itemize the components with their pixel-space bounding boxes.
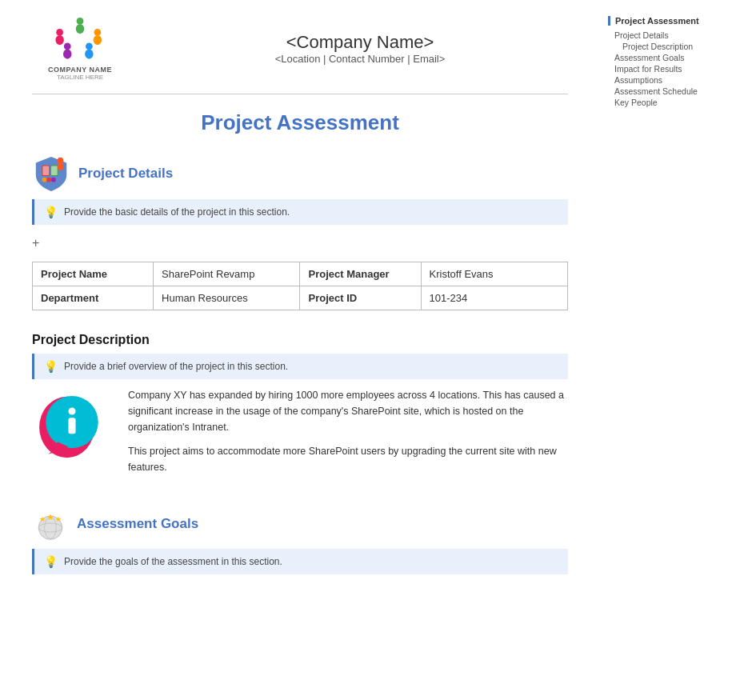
- svg-point-2: [56, 29, 63, 36]
- svg-point-7: [63, 49, 72, 58]
- company-logo: [52, 16, 108, 64]
- svg-point-5: [94, 35, 102, 45]
- sidebar-item-assessment-schedule[interactable]: Assessment Schedule: [614, 86, 716, 96]
- svg-point-8: [86, 43, 93, 50]
- svg-rect-11: [42, 166, 49, 175]
- assessment-goals-title: Assessment Goals: [77, 516, 198, 532]
- section-project-description: Project Description 💡 Provide a brief ov…: [32, 333, 568, 483]
- svg-point-1: [76, 24, 85, 34]
- svg-rect-13: [51, 166, 58, 175]
- assessment-goals-hint: 💡 Provide the goals of the assessment in…: [32, 549, 568, 574]
- svg-text:★: ★: [55, 515, 62, 523]
- svg-text:★: ★: [39, 515, 46, 523]
- project-details-title: Project Details: [78, 166, 173, 182]
- section-project-details-header: Project Details: [32, 154, 568, 193]
- value-department: Human Resources: [154, 286, 300, 310]
- svg-rect-22: [68, 418, 75, 434]
- sidebar: Project Assessment Project Details Proje…: [600, 0, 724, 629]
- hint-icon-goals: 💡: [44, 555, 58, 568]
- description-content: Company XY has expanded by hiring 1000 m…: [32, 387, 568, 483]
- value-project-id: 101-234: [421, 286, 567, 310]
- company-info: <Company Name> <Location | Contact Numbe…: [152, 32, 568, 65]
- logo-area: COMPANY NAME TAGLINE HERE: [32, 16, 128, 81]
- value-project-name: SharePoint Revamp: [154, 262, 300, 286]
- assessment-goals-hint-text: Provide the goals of the assessment in t…: [64, 556, 282, 567]
- svg-point-0: [77, 18, 84, 25]
- section-assessment-goals: ★ ★ ★ Assessment Goals 💡 Provide the goa…: [32, 506, 568, 574]
- svg-point-3: [55, 35, 64, 45]
- section-assessment-goals-header: ★ ★ ★ Assessment Goals: [32, 506, 568, 542]
- svg-point-14: [42, 178, 46, 182]
- svg-point-4: [94, 29, 102, 36]
- logo-sub: TAGLINE HERE: [57, 74, 103, 81]
- description-text: Company XY has expanded by hiring 1000 m…: [128, 387, 568, 483]
- label-project-name: Project Name: [33, 262, 154, 286]
- header: COMPANY NAME TAGLINE HERE <Company Name>…: [32, 16, 568, 94]
- project-details-hint: 💡 Provide the basic details of the proje…: [32, 199, 568, 225]
- section-project-details: Project Details 💡 Provide the basic deta…: [32, 154, 568, 310]
- table-row: Department Human Resources Project ID 10…: [33, 286, 568, 310]
- project-details-hint-text: Provide the basic details of the project…: [64, 206, 290, 218]
- section-project-description-header: Project Description: [32, 333, 568, 347]
- svg-point-6: [64, 43, 71, 50]
- label-project-id: Project ID: [300, 286, 421, 310]
- main-content: COMPANY NAME TAGLINE HERE <Company Name>…: [0, 0, 600, 629]
- description-paragraph-1: Company XY has expanded by hiring 1000 m…: [128, 387, 568, 435]
- sidebar-item-assumptions[interactable]: Assumptions: [614, 75, 716, 85]
- sidebar-item-key-people[interactable]: Key People: [614, 98, 716, 107]
- sidebar-item-project-description[interactable]: Project Description: [622, 42, 716, 51]
- company-details: <Location | Contact Number | Email>: [152, 53, 568, 65]
- description-icon: [32, 387, 112, 467]
- sidebar-item-impact-for-results[interactable]: Impact for Results: [614, 64, 716, 74]
- svg-point-21: [68, 407, 75, 414]
- hint-icon-description: 💡: [44, 360, 58, 373]
- svg-point-9: [85, 49, 94, 58]
- sidebar-item-assessment-goals[interactable]: Assessment Goals: [614, 53, 716, 62]
- sidebar-item-project-details[interactable]: Project Details: [614, 30, 716, 40]
- page-title: Project Assessment: [32, 110, 568, 135]
- hint-icon-project-details: 💡: [44, 206, 58, 218]
- table-row: Project Name SharePoint Revamp Project M…: [33, 262, 568, 286]
- sidebar-title: Project Assessment: [615, 16, 716, 26]
- assessment-goals-icon: ★ ★ ★: [32, 506, 69, 542]
- project-details-icon: [32, 154, 70, 193]
- svg-point-17: [58, 158, 64, 164]
- project-details-table: Project Name SharePoint Revamp Project M…: [32, 262, 568, 310]
- company-name: <Company Name>: [152, 32, 568, 53]
- project-description-hint: 💡 Provide a brief overview of the projec…: [32, 354, 568, 379]
- svg-point-18: [58, 163, 64, 171]
- logo-text: COMPANY NAME: [48, 66, 112, 74]
- svg-point-15: [46, 178, 51, 182]
- label-department: Department: [33, 286, 154, 310]
- svg-point-16: [51, 178, 56, 182]
- label-project-manager: Project Manager: [300, 262, 421, 286]
- svg-text:★: ★: [46, 512, 54, 522]
- description-paragraph-2: This project aims to accommodate more Sh…: [128, 443, 568, 475]
- project-description-title: Project Description: [32, 333, 150, 347]
- add-row-button[interactable]: +: [32, 236, 39, 250]
- value-project-manager: Kristoff Evans: [421, 262, 567, 286]
- project-description-hint-text: Provide a brief overview of the project …: [64, 361, 288, 372]
